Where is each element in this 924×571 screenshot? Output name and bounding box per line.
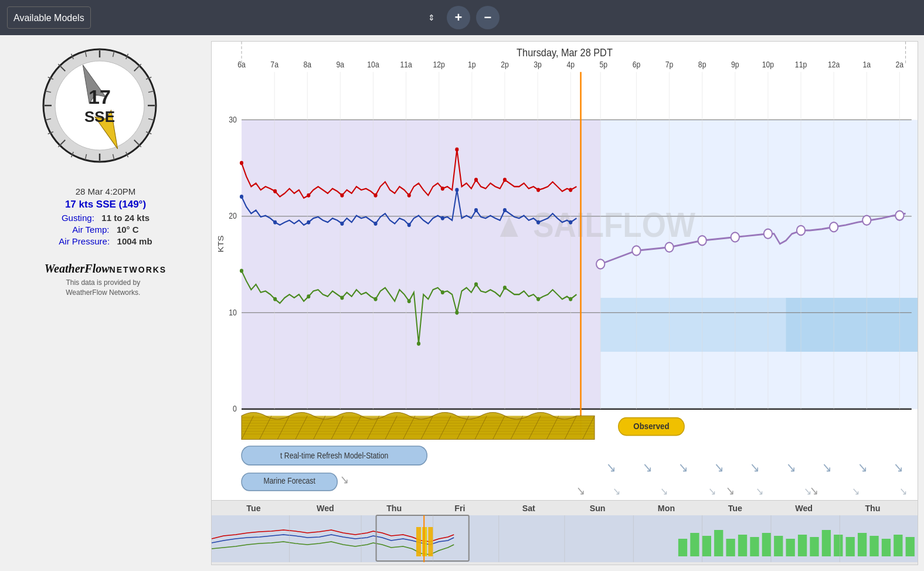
svg-point-94 [273,189,277,193]
svg-point-109 [374,222,378,226]
wf-tagline: This data is provided by WeatherFlow Net… [45,278,162,298]
svg-text:1a: 1a [862,60,871,69]
svg-rect-223 [869,536,878,556]
svg-point-95 [307,193,310,198]
svg-rect-209 [702,536,711,556]
gusting-row: Gusting: 11 to 24 kts [59,213,152,223]
svg-rect-225 [894,535,902,556]
svg-point-122 [407,299,411,303]
airtemp-label: Air Temp: [72,225,109,234]
svg-text:11p: 11p [795,60,807,69]
svg-rect-227 [416,527,421,556]
svg-text:Thu: Thu [865,504,880,513]
wf-networks: NETWORKS [110,265,167,274]
svg-text:↘: ↘ [708,485,716,497]
svg-point-123 [417,342,420,346]
chart-area: Thursday, Mar 28 PDT 6a 7a 8a 9a 10a 11a… [211,41,918,501]
svg-text:Thu: Thu [386,504,402,513]
svg-text:8a: 8a [303,60,311,69]
zoom-out-button[interactable]: − [476,6,500,29]
svg-point-107 [307,220,310,225]
airtemp-row: Air Temp: 10° C [59,225,152,234]
svg-point-119 [307,294,310,298]
svg-point-134 [731,232,739,242]
svg-rect-212 [738,535,747,556]
svg-text:↘: ↘ [606,460,616,475]
svg-point-138 [862,216,871,225]
svg-rect-59 [242,120,600,409]
svg-point-121 [374,297,378,301]
svg-point-101 [474,178,478,182]
svg-text:30: 30 [229,115,237,124]
svg-point-112 [455,188,458,192]
svg-point-120 [340,296,344,300]
svg-rect-218 [810,537,818,556]
svg-text:↘: ↘ [858,460,868,475]
svg-point-96 [340,193,344,198]
svg-text:↘: ↘ [643,460,653,475]
airpressure-row: Air Pressure: 1004 mb [59,236,152,246]
svg-text:Tue: Tue [728,504,742,513]
svg-point-105 [240,195,243,199]
svg-rect-213 [750,537,759,556]
svg-point-110 [407,223,411,227]
right-panel: Thursday, Mar 28 PDT 6a 7a 8a 9a 10a 11a… [211,35,924,571]
svg-text:2a: 2a [896,60,904,69]
svg-point-108 [340,222,344,226]
svg-text:Wed: Wed [317,504,334,513]
datetime-label: 28 Mar 4:20PM [59,186,152,196]
zoom-in-button[interactable]: + [447,6,470,29]
svg-text:1p: 1p [468,60,476,69]
model-select[interactable]: Available Models [7,6,91,29]
svg-rect-62 [786,298,918,352]
svg-text:↘: ↘ [852,485,860,497]
svg-text:Sun: Sun [590,504,606,513]
svg-text:↘: ↘ [678,460,688,475]
svg-point-131 [632,246,640,255]
model-select-wrapper: Available Models [7,6,441,29]
svg-point-124 [441,290,444,294]
svg-text:12p: 12p [433,60,445,69]
airtemp-value: 10° C [117,225,139,234]
svg-text:8p: 8p [698,60,706,69]
brand-section: WeatherFlowNETWORKS This data is provide… [45,262,167,298]
airpressure-label: Air Pressure: [59,236,110,246]
svg-point-135 [764,229,772,239]
svg-rect-220 [834,535,843,556]
svg-point-125 [455,311,458,315]
svg-point-136 [797,226,805,235]
svg-text:↘: ↘ [750,460,760,475]
gusting-value: 11 to 24 kts [101,213,150,223]
svg-rect-221 [846,537,855,556]
svg-text:t Real-time Refresh Model-Stat: t Real-time Refresh Model-Station [280,451,388,460]
svg-text:Marine Forecast: Marine Forecast [263,477,315,486]
svg-rect-222 [858,533,867,556]
svg-text:SSE: SSE [84,108,115,125]
svg-text:Thursday, Mar 28 PDT: Thursday, Mar 28 PDT [517,46,613,59]
svg-rect-216 [786,539,795,556]
svg-rect-217 [798,535,807,556]
top-bar: Available Models + − [0,0,924,35]
svg-point-132 [665,243,673,252]
svg-text:9a: 9a [337,60,345,69]
svg-rect-207 [678,539,687,556]
chart-svg: Thursday, Mar 28 PDT 6a 7a 8a 9a 10a 11a… [212,42,918,500]
timeline-svg: Tue Wed Thu Fri Sat Sun Mon Tue Wed Thu [212,501,918,565]
svg-text:Sat: Sat [522,504,536,513]
svg-point-99 [441,186,444,191]
svg-text:↘: ↘ [726,484,735,497]
svg-point-137 [830,222,838,232]
svg-text:6p: 6p [633,60,641,69]
svg-text:11a: 11a [400,60,412,69]
timeline-area[interactable]: Tue Wed Thu Fri Sat Sun Mon Tue Wed Thu [211,501,918,565]
svg-text:5p: 5p [600,60,608,69]
svg-point-118 [273,297,277,301]
svg-rect-211 [726,539,735,556]
svg-rect-60 [600,120,918,409]
svg-point-117 [240,269,243,273]
svg-point-100 [455,148,458,152]
svg-text:↘: ↘ [899,485,907,497]
svg-text:10a: 10a [367,60,379,69]
svg-text:Fri: Fri [454,504,465,513]
svg-rect-219 [822,530,831,556]
